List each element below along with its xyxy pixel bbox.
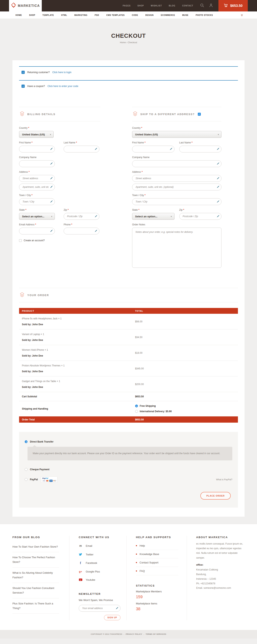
required-asterisk: * (28, 126, 29, 129)
cart-total: $653.50 (230, 4, 242, 8)
field-label: Address * (19, 170, 55, 173)
required-asterisk: * (144, 194, 146, 197)
search-icon[interactable] (200, 4, 204, 8)
shipping-country-select[interactable]: United States (US) ▾ (132, 131, 222, 138)
shipping-last-name-input[interactable] (179, 146, 222, 152)
ship-different-checkbox[interactable]: ✓ (198, 113, 201, 116)
blog-link-item: How To Start Your Own Fashion Store? (12, 542, 59, 552)
radio-selected[interactable] (25, 440, 28, 443)
shipping-town-input[interactable] (132, 198, 222, 205)
order-notes-input[interactable] (132, 228, 222, 268)
blog-link[interactable]: How To Start Your Own Fashion Store? (12, 545, 58, 548)
shipping-first-name-input[interactable] (132, 146, 174, 152)
create-account-checkbox[interactable] (19, 239, 22, 242)
nav-html[interactable]: HTML (61, 14, 67, 16)
blog-link[interactable]: What is So Alluring About Celebrity Fash… (12, 571, 53, 579)
create-account-option[interactable]: Create an account? (19, 239, 100, 242)
billing-first-name-field: First Name * (19, 141, 55, 152)
paypal-radio[interactable] (25, 478, 28, 481)
cheque-payment-option[interactable]: Cheque Payment (25, 468, 232, 471)
info-icon: i (22, 71, 25, 74)
billing-first-name-input[interactable] (19, 146, 55, 152)
field-label: Email Address * (19, 223, 55, 226)
bullet-icon (136, 545, 137, 546)
sign-up-button[interactable]: SIGN UP (104, 615, 120, 620)
billing-company-input[interactable] (19, 160, 55, 167)
privacy-policy-link[interactable]: PRIVACY POLICY (126, 633, 142, 635)
cart-button[interactable]: $653.50 (218, 0, 248, 12)
brand-logo[interactable]: MARKETICA (9, 0, 42, 12)
header-nav-blog[interactable]: BLOG (169, 4, 176, 7)
shipping-zip-input[interactable] (179, 213, 222, 220)
help-link[interactable]: Knowledge Base (140, 552, 159, 556)
nav-muse[interactable]: MUSE (182, 14, 188, 16)
field-label: First Name * (132, 141, 174, 144)
layers-icon (132, 111, 138, 117)
billing-street-input[interactable] (19, 175, 55, 182)
help-link[interactable]: FAQ (140, 570, 145, 572)
nav-code[interactable]: CODE (132, 14, 138, 16)
blog-link[interactable]: Plus Size Fashion: Is There Such a Thing… (12, 602, 53, 610)
terms-link[interactable]: TERMS OF SERVICES (146, 633, 166, 635)
what-is-paypal-link[interactable]: What is PayPal? (216, 478, 232, 481)
subtotal-value: $653.50 (135, 395, 238, 398)
radio-unselected[interactable] (135, 410, 138, 413)
billing-country-select[interactable]: United States (US) ▾ (19, 131, 54, 138)
header-nav-wishlist[interactable]: WISHLIST (151, 4, 162, 7)
cheque-payment-label: Cheque Payment (30, 468, 50, 471)
newsletter-block: NEWSLETTER We Won't Spam, We Promise SIG… (79, 592, 120, 620)
order-table-header: PRODUCT TOTAL (19, 308, 238, 314)
header-nav-shop[interactable]: SHOP (137, 4, 144, 7)
help-link[interactable]: Contact Support (140, 561, 158, 564)
billing-town-input[interactable] (19, 198, 55, 205)
billing-state-select[interactable]: Select an option... ▾ (19, 213, 55, 220)
google-plus-link[interactable]: Google Plus (86, 570, 100, 573)
blog-link[interactable]: Should You Use Fashion Consultant Servic… (12, 586, 54, 594)
order-row: Proton Absolute Wordpress Themes × 1 Sol… (19, 361, 238, 376)
place-order-button[interactable]: PLACE ORDER (200, 492, 231, 500)
breadcrumb-home[interactable]: Home (120, 41, 126, 44)
newsletter-email-input[interactable] (79, 605, 120, 612)
nav-design[interactable]: DESIGN (145, 14, 154, 16)
nav-template[interactable]: TEMPLATE (42, 14, 54, 16)
nav-marketing[interactable]: MARKETING (74, 14, 87, 16)
shipping-street-input[interactable] (132, 175, 222, 182)
discover-card-icon: DISC (53, 480, 56, 482)
nav-shop[interactable]: SHOP (29, 14, 35, 16)
facebook-link[interactable]: Facebook (86, 562, 97, 564)
billing-email-input[interactable] (19, 228, 55, 234)
nav-cms-templates[interactable]: CMS TEMPLATES (106, 14, 124, 16)
order-total-value: $653.50 (135, 418, 238, 421)
free-shipping-option[interactable]: Free Shipping (135, 404, 238, 407)
twitter-link[interactable]: Twitter (86, 553, 93, 556)
coupon-link[interactable]: Click here to enter your code (48, 85, 78, 88)
more-categories-chevron-icon[interactable] (241, 14, 243, 16)
nav-home[interactable]: HOME (16, 14, 22, 16)
footer-blog-column: FROM OUR BLOG How To Start Your Own Fash… (12, 536, 69, 620)
required-asterisk: * (76, 141, 77, 144)
billing-zip-input[interactable] (64, 213, 100, 220)
shipping-company-input[interactable] (132, 160, 222, 167)
header-nav-contact[interactable]: CONTACT (182, 4, 193, 7)
shipping-apartment-input[interactable] (132, 184, 222, 190)
billing-last-name-input[interactable] (64, 146, 100, 152)
radio-unselected[interactable] (25, 468, 28, 471)
billing-apartment-input[interactable] (19, 184, 55, 190)
nav-ecommerce[interactable]: ECOMMERCE (161, 14, 175, 16)
account-icon[interactable] (209, 4, 213, 8)
help-link[interactable]: Help (140, 544, 145, 547)
nav-photo-stocks[interactable]: PHOTO STOCKS (196, 14, 213, 16)
blog-link[interactable]: How To Choose The Perfect Fashion Store? (12, 556, 55, 564)
office-line: Ph. +6212345678 (196, 581, 244, 586)
header-nav-pages[interactable]: PAGES (123, 4, 130, 7)
product-seller: Sold by: John Doe (22, 354, 135, 357)
bank-transfer-option[interactable]: Direct Bank Transfer (25, 440, 232, 443)
youtube-link[interactable]: Youtube (86, 578, 95, 581)
login-link[interactable]: Click here to login (52, 71, 71, 74)
email-link[interactable]: Email (86, 544, 92, 548)
international-delivery-option[interactable]: International Delivery: $5.90 (135, 410, 238, 413)
shipping-state-select[interactable]: Select an option... ▾ (132, 213, 174, 220)
nav-psd[interactable]: PSD (94, 14, 99, 16)
radio-selected[interactable] (135, 404, 138, 407)
billing-phone-input[interactable] (64, 228, 100, 234)
